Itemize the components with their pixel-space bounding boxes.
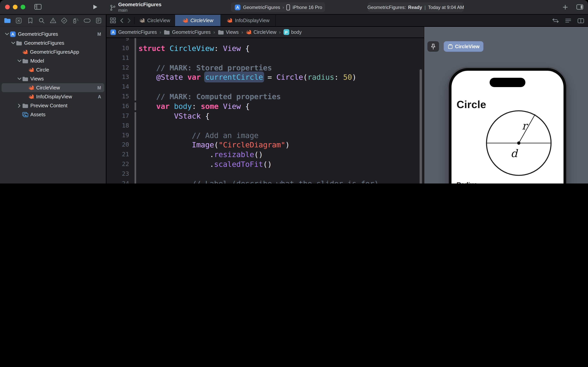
tree-item-geometricfigures[interactable]: GeometricFigures — [0, 39, 106, 47]
split-editor-icon[interactable] — [578, 18, 584, 23]
status-separator: | — [424, 4, 426, 10]
breakpoints-navigator-icon[interactable] — [83, 16, 91, 25]
editor-options-icon[interactable] — [565, 18, 571, 23]
chevron-down-icon[interactable] — [10, 42, 16, 44]
tab-overview-icon[interactable] — [110, 17, 116, 23]
tree-item-infodisplayview[interactable]: InfoDisplayViewA — [0, 92, 106, 101]
chevron-down-icon[interactable] — [16, 77, 22, 80]
tab-circleview[interactable]: CircleView — [134, 15, 175, 26]
preview-canvas: CircleView Circle r d Radius — [424, 27, 588, 184]
minimize-button[interactable] — [13, 5, 17, 9]
folder-icon — [164, 29, 170, 35]
line-number[interactable]: 14 — [107, 82, 129, 92]
tree-item-circle[interactable]: Circle — [0, 65, 106, 74]
tree-item-label: CircleView — [36, 85, 60, 91]
line-number[interactable]: 20 — [107, 140, 129, 150]
tree-item-label: GeometricFiguresApp — [30, 49, 79, 55]
editor-scrollbar[interactable] — [420, 69, 422, 184]
line-number[interactable]: 22 — [107, 159, 129, 169]
line-number[interactable]: 17 — [107, 111, 129, 121]
line-number[interactable]: 18 — [107, 121, 129, 130]
bookmarks-navigator-icon[interactable] — [26, 16, 34, 25]
inspector-toggle-icon[interactable] — [576, 4, 583, 10]
breadcrumb-item-geometricfigures[interactable]: GeometricFigures — [110, 29, 157, 35]
tab-infodisplayview[interactable]: InfoDisplayView — [221, 15, 276, 26]
traffic-lights — [5, 5, 25, 9]
scheme-selector[interactable]: GeometricFigures › iPhone 16 Pro — [231, 2, 325, 12]
tree-item-label: InfoDisplayView — [36, 94, 72, 100]
tree-item-circleview[interactable]: CircleViewM — [0, 83, 106, 92]
line-number[interactable]: 23 — [107, 169, 129, 179]
tree-item-label: Model — [30, 58, 44, 64]
tree-item-label: Assets — [30, 112, 45, 117]
project-navigator-navigator-icon[interactable] — [3, 16, 12, 25]
tree-item-assets[interactable]: Assets — [0, 110, 106, 119]
line-number[interactable]: 19 — [107, 130, 129, 140]
add-editor-plus-icon[interactable] — [563, 4, 568, 10]
line-number[interactable]: 21 — [107, 150, 129, 159]
preview-device-icon — [448, 44, 453, 49]
tree-item-preview-content[interactable]: Preview Content — [0, 101, 106, 110]
code-review-icon[interactable] — [552, 18, 559, 23]
preview-target-button[interactable]: CircleView — [444, 41, 483, 52]
code-line-23: 23 — [107, 169, 424, 179]
breadcrumb-item-geometricfigures[interactable]: GeometricFigures — [164, 29, 211, 35]
forward-icon[interactable] — [127, 18, 131, 23]
line-number[interactable]: 12 — [107, 63, 129, 73]
folder-icon — [22, 76, 28, 82]
source-control-navigator-icon[interactable] — [15, 16, 23, 25]
folder-icon — [22, 103, 28, 108]
tree-item-views[interactable]: Views — [0, 74, 106, 83]
debug-navigator-icon[interactable] — [71, 16, 80, 25]
breadcrumb-item-circleview[interactable]: CircleView — [246, 29, 277, 35]
app-icon — [110, 29, 116, 35]
zoom-button[interactable] — [21, 5, 25, 9]
assets-icon — [22, 112, 28, 117]
run-button[interactable] — [93, 4, 98, 10]
breadcrumb-item-body[interactable]: Pbody — [283, 29, 302, 35]
line-number[interactable]: 13 — [107, 73, 129, 82]
branch-icon — [110, 3, 116, 13]
chevron-down-icon[interactable] — [4, 33, 10, 35]
tests-navigator-icon[interactable] — [60, 16, 69, 25]
navigator-tab-strip — [0, 15, 106, 26]
close-button[interactable] — [5, 5, 10, 9]
line-number[interactable]: 16 — [107, 101, 129, 111]
pin-preview-button[interactable] — [427, 41, 439, 52]
scheme-project: GeometricFigures — [243, 4, 280, 10]
source-change-bar — [134, 102, 136, 110]
tree-item-model[interactable]: Model — [0, 56, 106, 65]
swift-file-icon — [139, 18, 145, 23]
chevron-down-icon[interactable] — [16, 59, 22, 62]
back-icon[interactable] — [120, 18, 123, 23]
issues-navigator-icon[interactable] — [49, 16, 57, 25]
tree-item-label: GeometricFigures — [24, 40, 64, 46]
folder-icon — [218, 29, 224, 35]
breadcrumb-label: body — [291, 29, 302, 35]
activity-status[interactable]: GeometricFigures: Ready | Today at 9:04 … — [368, 2, 463, 12]
breadcrumb-item-views[interactable]: Views — [218, 29, 239, 35]
code-line-24: 24 // Label (describe what the slider is… — [107, 179, 424, 184]
chevron-right-icon[interactable] — [16, 104, 22, 108]
tab-circleview-active[interactable]: CircleView — [175, 15, 221, 26]
code-line-18: 18 — [107, 121, 424, 130]
code-line-12: 12 // MARK: Stored properties — [107, 63, 424, 73]
scheme-device: iPhone 16 Pro — [293, 4, 322, 10]
reports-navigator-icon[interactable] — [94, 16, 103, 25]
status-state: Ready — [408, 4, 422, 10]
breadcrumb-chevron-icon: › — [213, 29, 215, 35]
line-number[interactable]: 9 — [107, 38, 129, 43]
code-line-15: 15 // MARK: Computed properties — [107, 92, 424, 101]
line-number[interactable]: 10 — [107, 43, 129, 53]
line-number[interactable]: 24 — [107, 179, 129, 184]
code-editor: 910struct CircleView: View {1112 // MARK… — [107, 38, 424, 184]
line-number[interactable]: 11 — [107, 53, 129, 63]
tree-item-geometricfigures[interactable]: GeometricFiguresM — [0, 30, 106, 39]
code-line-9: 9 — [107, 38, 424, 43]
swift-icon — [22, 49, 28, 55]
code-line-10: 10struct CircleView: View { — [107, 43, 424, 53]
tree-item-geometricfiguresapp[interactable]: GeometricFiguresApp — [0, 47, 106, 56]
find-navigator-icon[interactable] — [37, 16, 46, 25]
sidebar-toggle-icon[interactable] — [34, 4, 42, 10]
line-number[interactable]: 15 — [107, 92, 129, 101]
